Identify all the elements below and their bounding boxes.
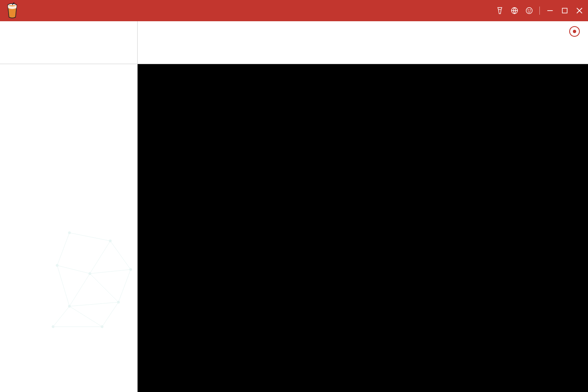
svg-line-25 bbox=[118, 270, 131, 302]
svg-point-3 bbox=[528, 10, 528, 10]
svg-line-19 bbox=[110, 241, 131, 270]
svg-point-10 bbox=[109, 240, 111, 242]
close-icon[interactable] bbox=[575, 6, 584, 15]
maximize-icon[interactable] bbox=[560, 6, 569, 15]
network-decoration-icon bbox=[45, 225, 139, 339]
visualizer-stage bbox=[138, 64, 588, 392]
separator bbox=[539, 7, 540, 15]
svg-point-14 bbox=[117, 301, 120, 303]
body bbox=[0, 21, 588, 392]
svg-point-9 bbox=[68, 232, 71, 234]
globe-icon[interactable] bbox=[510, 6, 519, 15]
title-bar bbox=[0, 0, 588, 21]
svg-line-31 bbox=[53, 306, 69, 327]
svg-rect-6 bbox=[562, 8, 567, 13]
sidebar-menu bbox=[0, 64, 137, 67]
svg-line-29 bbox=[69, 306, 102, 327]
app-logo-icon bbox=[4, 2, 20, 19]
svg-line-21 bbox=[57, 265, 90, 274]
svg-line-30 bbox=[102, 302, 118, 327]
svg-point-17 bbox=[52, 325, 54, 328]
svg-line-23 bbox=[90, 270, 131, 274]
fps-icon bbox=[569, 26, 580, 37]
minimize-icon[interactable] bbox=[546, 6, 555, 15]
window-controls bbox=[495, 6, 584, 15]
svg-line-28 bbox=[69, 302, 118, 306]
svg-point-13 bbox=[89, 272, 91, 275]
svg-point-12 bbox=[56, 264, 58, 267]
fps-indicator bbox=[569, 26, 582, 37]
sidebar-header bbox=[0, 21, 137, 64]
svg-point-11 bbox=[129, 268, 132, 271]
svg-line-24 bbox=[90, 274, 118, 302]
svg-line-22 bbox=[90, 241, 110, 274]
svg-line-26 bbox=[57, 265, 69, 306]
svg-line-18 bbox=[69, 233, 110, 241]
svg-point-4 bbox=[530, 10, 530, 10]
content bbox=[138, 21, 588, 392]
content-header bbox=[138, 21, 588, 64]
theme-icon[interactable] bbox=[495, 6, 504, 15]
svg-line-20 bbox=[57, 233, 69, 265]
brand bbox=[4, 2, 25, 19]
sidebar bbox=[0, 21, 138, 392]
svg-point-2 bbox=[526, 8, 532, 14]
svg-line-27 bbox=[69, 274, 90, 306]
svg-point-16 bbox=[101, 325, 103, 328]
svg-point-15 bbox=[68, 305, 71, 307]
smile-icon[interactable] bbox=[525, 6, 534, 15]
